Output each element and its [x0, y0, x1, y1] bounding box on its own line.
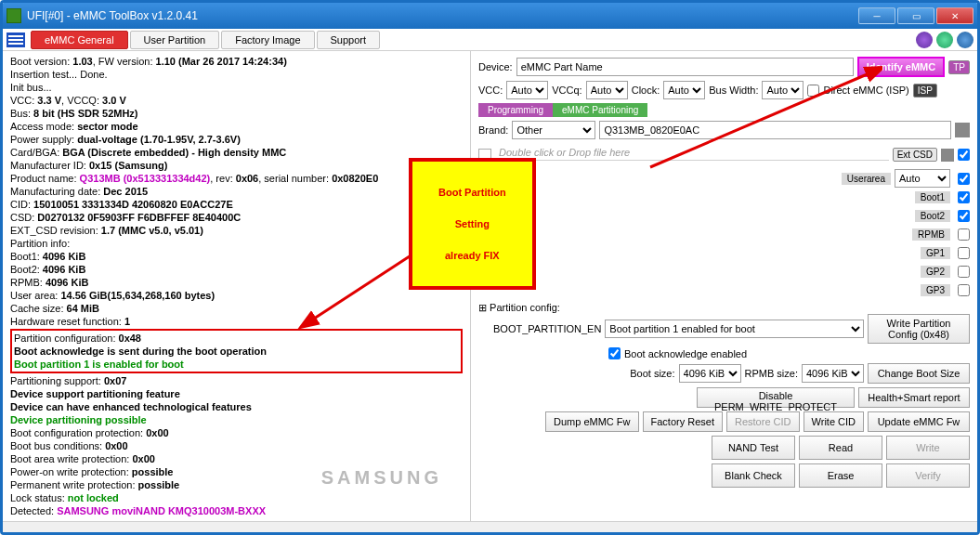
blank-check-button[interactable]: Blank Check	[712, 463, 795, 488]
rpmb-checkbox[interactable]	[958, 228, 970, 241]
dump-emmc-fw-button[interactable]: Dump eMMC Fw	[545, 411, 639, 432]
svg-line-1	[650, 72, 871, 167]
tp-badge[interactable]: TP	[948, 60, 970, 74]
titlebar: UFI[#0] - eMMC ToolBox v1.2.0.41 ─ ▭ ✕	[3, 3, 977, 29]
verify-button[interactable]: Verify	[886, 463, 970, 488]
erase-button[interactable]: Erase	[799, 463, 882, 488]
annotation-box: Boot PartitionSettingalready FIX	[409, 158, 536, 290]
extcsd-badge[interactable]: Ext CSD	[893, 148, 937, 162]
settings-icon[interactable]	[957, 32, 973, 48]
minimize-button[interactable]: ─	[858, 7, 895, 24]
window-title: UFI[#0] - eMMC ToolBox v1.2.0.41	[27, 9, 858, 22]
vcc-select[interactable]: Auto	[506, 81, 548, 99]
brand-select[interactable]: Other	[512, 121, 595, 139]
bootsize-select[interactable]: 4096 KiB	[679, 364, 741, 383]
read-button[interactable]: Read	[799, 436, 882, 460]
write-partition-config-button[interactable]: Write Partition Config (0x48)	[868, 314, 970, 344]
menubar: eMMC General User Partition Factory Imag…	[3, 29, 977, 51]
partition-config-highlight: Partition configuration: 0x48 Boot ackno…	[10, 329, 463, 373]
device-label: Device:	[478, 61, 513, 72]
samsung-watermark: SAMSUNG	[321, 471, 442, 484]
svg-line-0	[311, 251, 418, 320]
save-icon[interactable]	[955, 123, 970, 137]
change-boot-size-button[interactable]: Change Boot Size	[868, 363, 970, 384]
globe-icon[interactable]	[916, 32, 933, 48]
update-emmc-fw-button[interactable]: Update eMMC Fw	[868, 411, 970, 432]
subtab-programming[interactable]: Programming	[478, 103, 553, 117]
userarea-select[interactable]: Auto	[895, 169, 950, 188]
boot-ack-checkbox[interactable]	[608, 347, 621, 359]
statusbar	[3, 521, 977, 532]
boot1-checkbox[interactable]	[958, 191, 970, 203]
tab-support[interactable]: Support	[317, 31, 381, 49]
isp-badge[interactable]: ISP	[913, 84, 937, 98]
close-button[interactable]: ✕	[936, 7, 973, 24]
arrow-annotation-left	[297, 241, 427, 334]
app-icon	[7, 8, 21, 23]
health-smart-button[interactable]: Health+Smart report	[858, 387, 970, 408]
tab-user-partition[interactable]: User Partition	[130, 31, 220, 49]
gp1-checkbox[interactable]	[958, 247, 970, 259]
restore-cid-button[interactable]: Restore CID	[726, 411, 800, 432]
menu-icon[interactable]	[7, 33, 25, 47]
gp2-checkbox[interactable]	[958, 266, 970, 278]
gp3-checkbox[interactable]	[958, 284, 970, 296]
nand-test-button[interactable]: NAND Test	[712, 436, 795, 460]
rpmbsize-select[interactable]: 4096 KiB	[802, 364, 864, 383]
subtab-emmc-partitioning[interactable]: eMMC Partitioning	[553, 103, 647, 117]
boot-partition-en-select[interactable]: Boot partition 1 enabled for boot	[605, 320, 864, 338]
refresh-icon[interactable]	[936, 32, 953, 48]
factory-reset-button[interactable]: Factory Reset	[643, 411, 723, 432]
maximize-button[interactable]: ▭	[897, 7, 934, 24]
disk-icon[interactable]	[941, 149, 954, 162]
write-cid-button[interactable]: Write CID	[804, 411, 864, 432]
boot2-checkbox[interactable]	[958, 210, 970, 222]
tab-factory-image[interactable]: Factory Image	[221, 31, 314, 49]
userarea-checkbox[interactable]	[958, 173, 970, 185]
tab-emmc-general[interactable]: eMMC General	[31, 31, 128, 49]
extcsd-checkbox[interactable]	[958, 149, 970, 161]
write-button[interactable]: Write	[886, 436, 970, 460]
vccq-select[interactable]: Auto	[586, 81, 628, 99]
disable-perm-write-protect-button[interactable]: Disable PERM_WRITE_PROTECT	[697, 387, 855, 408]
arrow-annotation-right	[641, 65, 882, 176]
